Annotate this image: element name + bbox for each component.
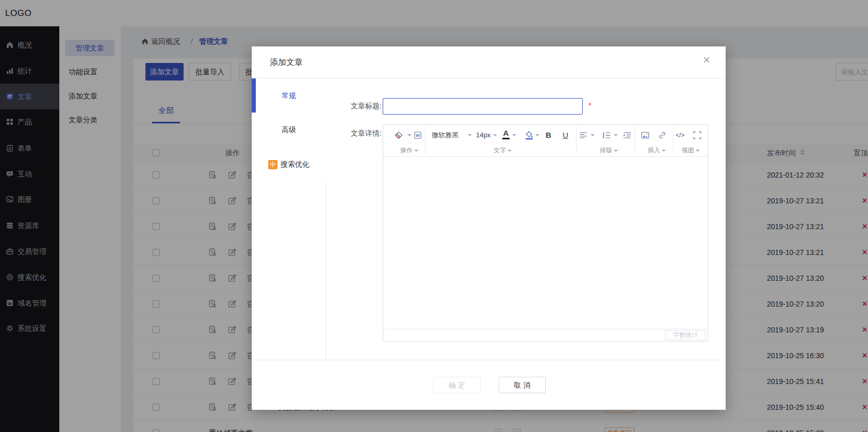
required-asterisk: *	[588, 101, 591, 109]
confirm-button[interactable]: 确 定	[433, 377, 481, 393]
modal-tab-advanced[interactable]: 高级	[252, 113, 326, 147]
font-size-select[interactable]: 14px	[476, 125, 490, 146]
chevron-down-icon[interactable]	[493, 134, 497, 136]
fullscreen-icon[interactable]	[693, 131, 702, 140]
bold-button[interactable]: B	[546, 125, 551, 146]
app-root: LOGO 概况 统计 文章 产品 表单 互动 图册	[0, 0, 868, 432]
background-color-icon[interactable]	[525, 131, 534, 140]
article-detail-label: 文章详情:	[339, 129, 382, 138]
chevron-down-icon[interactable]	[535, 134, 539, 136]
font-family-select[interactable]: 微软雅黑	[432, 125, 458, 146]
toolbar-group-text[interactable]: 文字	[494, 146, 512, 157]
editor-content-area[interactable]	[383, 157, 708, 329]
article-title-input[interactable]	[383, 98, 583, 115]
modal-tab-seo[interactable]: 中搜索优化	[252, 147, 326, 181]
close-icon[interactable]: ×	[703, 54, 710, 66]
add-article-modal: 添加文章 × 常规 高级 中搜索优化 文章标题: * 文章详情: W 操作	[252, 46, 726, 410]
toolbar-divider	[425, 127, 425, 154]
zh-badge-icon: 中	[268, 160, 277, 169]
toolbar-group-layout[interactable]: 排版	[600, 146, 618, 157]
toolbar-group-view[interactable]: 视图	[682, 146, 700, 157]
chevron-down-icon[interactable]	[591, 134, 595, 136]
active-tab-indicator	[252, 78, 256, 113]
chevron-down-icon[interactable]	[512, 134, 516, 136]
toolbar-divider	[576, 127, 577, 154]
chevron-down-icon[interactable]	[614, 134, 618, 136]
toolbar-divider	[634, 127, 635, 154]
source-code-button[interactable]: </>	[676, 125, 684, 146]
modal-tab-general[interactable]: 常规	[252, 78, 326, 113]
import-word-icon[interactable]: W	[413, 131, 422, 140]
cancel-button[interactable]: 取 消	[499, 377, 546, 393]
insert-link-icon[interactable]	[658, 131, 667, 140]
modal-footer-divider	[252, 360, 726, 360]
toolbar-divider	[673, 127, 674, 154]
format-clear-icon[interactable]	[394, 131, 403, 140]
editor-toolbar: W 操作 微软雅黑 14px A B U 文字	[383, 125, 708, 157]
editor-status-bar: 字数统计	[383, 329, 708, 341]
line-height-icon[interactable]	[602, 131, 611, 140]
rich-text-editor: W 操作 微软雅黑 14px A B U 文字	[383, 124, 708, 342]
chevron-down-icon[interactable]	[407, 134, 412, 136]
toolbar-group-operation[interactable]: 操作	[400, 146, 418, 157]
modal-title: 添加文章	[270, 46, 303, 78]
align-icon[interactable]	[579, 131, 588, 140]
insert-image-icon[interactable]	[641, 131, 650, 140]
article-title-label: 文章标题:	[339, 102, 382, 111]
indent-icon[interactable]	[623, 131, 632, 140]
underline-button[interactable]: U	[563, 125, 568, 146]
word-count-label: 字数统计	[665, 330, 706, 340]
modal-header: 添加文章 ×	[252, 46, 726, 78]
font-color-button[interactable]: A	[502, 129, 510, 139]
toolbar-group-insert[interactable]: 插入	[648, 146, 666, 157]
chevron-down-icon[interactable]	[468, 134, 472, 136]
svg-text:W: W	[416, 133, 420, 138]
